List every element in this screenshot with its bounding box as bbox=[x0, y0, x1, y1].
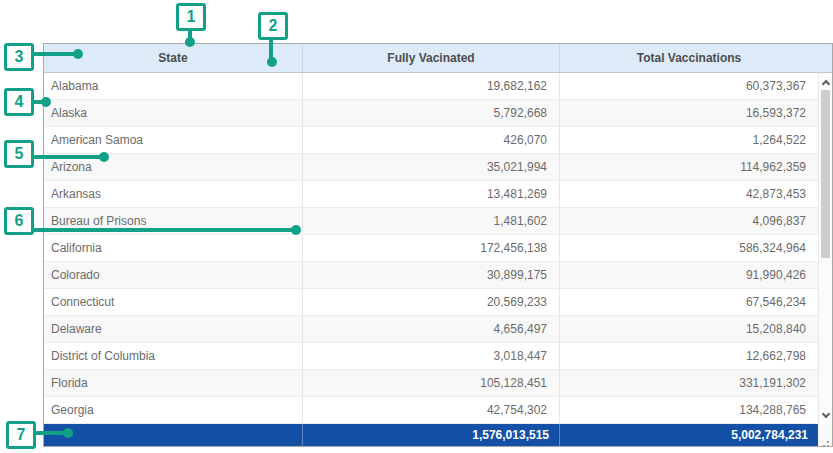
cell-total-vaccinations: 134,288,765 bbox=[560, 397, 818, 423]
callout-5-dot bbox=[99, 152, 109, 162]
chevron-down-icon bbox=[821, 409, 829, 417]
vertical-scrollbar[interactable] bbox=[818, 73, 832, 424]
cell-state: District of Columbia bbox=[44, 343, 303, 369]
cell-fully-vacinated: 3,018,447 bbox=[303, 343, 560, 369]
callout-5-line bbox=[33, 155, 101, 159]
table-header-row: State Fully Vacinated Total Vaccinations bbox=[44, 44, 832, 73]
cell-state: Connecticut bbox=[44, 289, 303, 315]
table-row[interactable]: Colorado30,899,17591,990,426 bbox=[44, 262, 818, 289]
cell-total-vaccinations: 1,264,522 bbox=[560, 127, 818, 153]
summary-row: 1,576,013,515 5,002,784,231 bbox=[44, 424, 818, 446]
table-row[interactable]: Alabama19,682,16260,373,367 bbox=[44, 73, 818, 100]
scroll-down-button[interactable] bbox=[819, 407, 832, 423]
attribute-table: State Fully Vacinated Total Vaccinations… bbox=[43, 43, 833, 447]
page: State Fully Vacinated Total Vaccinations… bbox=[0, 0, 833, 453]
callout-4-dot bbox=[41, 97, 51, 107]
cell-fully-vacinated: 105,128,451 bbox=[303, 370, 560, 396]
cell-total-vaccinations: 331,191,302 bbox=[560, 370, 818, 396]
chevron-up-icon bbox=[821, 79, 829, 87]
table-row[interactable]: Georgia42,754,302134,288,765 bbox=[44, 397, 818, 424]
cell-fully-vacinated: 5,792,668 bbox=[303, 100, 560, 126]
callout-4: 4 bbox=[4, 88, 34, 116]
table-body: Alabama19,682,16260,373,367Alaska5,792,6… bbox=[44, 73, 818, 424]
column-header-fully-vacinated[interactable]: Fully Vacinated bbox=[303, 44, 560, 72]
column-header-state[interactable]: State bbox=[44, 44, 303, 72]
table-row[interactable]: Florida105,128,451331,191,302 bbox=[44, 370, 818, 397]
cell-total-vaccinations: 42,873,453 bbox=[560, 181, 818, 207]
scrollbar-thumb[interactable] bbox=[821, 90, 830, 258]
table-row[interactable]: Arkansas13,481,26942,873,453 bbox=[44, 181, 818, 208]
callout-7-dot bbox=[63, 428, 73, 438]
callout-2: 2 bbox=[258, 12, 288, 40]
callout-6-line bbox=[33, 228, 293, 232]
cell-fully-vacinated: 172,456,138 bbox=[303, 235, 560, 261]
cell-fully-vacinated: 426,070 bbox=[303, 127, 560, 153]
table-row[interactable]: Alaska5,792,66816,593,372 bbox=[44, 100, 818, 127]
cell-total-vaccinations: 67,546,234 bbox=[560, 289, 818, 315]
cell-total-vaccinations: 114,962,359 bbox=[560, 154, 818, 180]
callout-7-line bbox=[36, 431, 65, 435]
resize-grip-icon bbox=[827, 441, 829, 443]
cell-total-vaccinations: 4,096,837 bbox=[560, 208, 818, 234]
callout-3-line bbox=[33, 52, 75, 56]
callout-5: 5 bbox=[4, 140, 34, 168]
cell-state: California bbox=[44, 235, 303, 261]
cell-state: Florida bbox=[44, 370, 303, 396]
callout-1: 1 bbox=[176, 3, 206, 31]
cell-total-vaccinations: 15,208,840 bbox=[560, 316, 818, 342]
cell-fully-vacinated: 13,481,269 bbox=[303, 181, 560, 207]
cell-total-vaccinations: 91,990,426 bbox=[560, 262, 818, 288]
table-row[interactable]: California172,456,138586,324,964 bbox=[44, 235, 818, 262]
scroll-up-button[interactable] bbox=[819, 74, 832, 90]
cell-fully-vacinated: 4,656,497 bbox=[303, 316, 560, 342]
cell-total-vaccinations: 12,662,798 bbox=[560, 343, 818, 369]
cell-state: Alaska bbox=[44, 100, 303, 126]
table-row[interactable]: District of Columbia3,018,44712,662,798 bbox=[44, 343, 818, 370]
cell-fully-vacinated: 1,481,602 bbox=[303, 208, 560, 234]
cell-state: Georgia bbox=[44, 397, 303, 423]
cell-state: Colorado bbox=[44, 262, 303, 288]
summary-cell-state bbox=[44, 424, 303, 446]
table-row[interactable]: Connecticut20,569,23367,546,234 bbox=[44, 289, 818, 316]
callout-6-dot bbox=[291, 225, 301, 235]
cell-fully-vacinated: 20,569,233 bbox=[303, 289, 560, 315]
callout-7: 7 bbox=[6, 421, 36, 449]
callout-6: 6 bbox=[4, 207, 34, 235]
summary-cell-fully-vacinated: 1,576,013,515 bbox=[303, 424, 560, 446]
cell-state: Delaware bbox=[44, 316, 303, 342]
summary-cell-total-vaccinations: 5,002,784,231 bbox=[560, 424, 818, 446]
cell-total-vaccinations: 16,593,372 bbox=[560, 100, 818, 126]
callout-1-dot bbox=[185, 37, 195, 47]
cell-fully-vacinated: 30,899,175 bbox=[303, 262, 560, 288]
cell-state: Alabama bbox=[44, 73, 303, 99]
column-header-total-vaccinations[interactable]: Total Vaccinations bbox=[560, 44, 818, 72]
table-row[interactable]: American Samoa426,0701,264,522 bbox=[44, 127, 818, 154]
scrollbar-corner bbox=[818, 424, 832, 446]
table-row[interactable]: Arizona35,021,994114,962,359 bbox=[44, 154, 818, 181]
cell-total-vaccinations: 586,324,964 bbox=[560, 235, 818, 261]
callout-2-dot bbox=[267, 57, 277, 67]
cell-fully-vacinated: 42,754,302 bbox=[303, 397, 560, 423]
cell-state: Arkansas bbox=[44, 181, 303, 207]
cell-state: American Samoa bbox=[44, 127, 303, 153]
cell-fully-vacinated: 35,021,994 bbox=[303, 154, 560, 180]
cell-fully-vacinated: 19,682,162 bbox=[303, 73, 560, 99]
callout-3-dot bbox=[73, 49, 83, 59]
cell-total-vaccinations: 60,373,367 bbox=[560, 73, 818, 99]
callout-3: 3 bbox=[4, 43, 34, 71]
table-row[interactable]: Delaware4,656,49715,208,840 bbox=[44, 316, 818, 343]
